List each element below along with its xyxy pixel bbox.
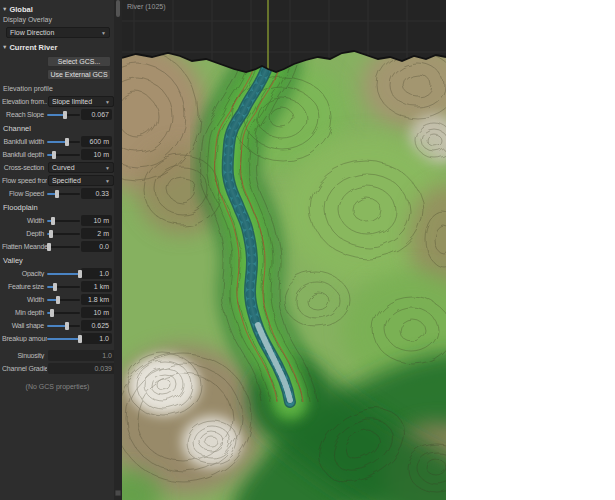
cross-section-label: Cross-section: [2, 164, 47, 171]
breakup-amount-value[interactable]: 1.0: [81, 333, 112, 344]
scrollbar-thumb[interactable]: [116, 0, 120, 17]
no-gcs-note: (No GCS properties): [2, 383, 113, 390]
floodplain-subheader: Floodplain: [3, 203, 113, 212]
flow-speed-slider[interactable]: [47, 188, 80, 199]
display-overlay-label: Display Overlay: [3, 16, 113, 25]
valley-width-slider[interactable]: [47, 294, 80, 305]
elevation-from-dropdown[interactable]: Slope limited ▼: [48, 96, 114, 107]
chevron-down-icon: ▼: [105, 165, 113, 171]
viewport-label: River (1025): [127, 3, 166, 10]
display-overlay-dropdown[interactable]: Flow Direction ▼: [6, 27, 110, 38]
flatten-meanderbelt-label: Flatten Meanderbelt: [2, 243, 47, 250]
param-row-valley-width: Width 1.8 km: [2, 294, 113, 305]
flow-speed-from-label: Flow speed from...: [2, 177, 47, 184]
feature-size-label: Feature size: [2, 283, 47, 290]
opacity-value[interactable]: 1.0: [81, 268, 112, 279]
feature-size-slider[interactable]: [47, 281, 80, 292]
channel-gradient-label: Channel Gradient: [2, 365, 47, 372]
param-row-cross-section: Cross-section Curved ▼: [2, 162, 113, 173]
terrain-render: [122, 0, 446, 500]
slider-fill: [47, 338, 80, 340]
slider-fill: [47, 233, 51, 235]
elevation-from-label: Elevation from...: [2, 98, 47, 105]
slider-fill: [47, 286, 55, 288]
floodplain-width-slider[interactable]: [47, 215, 80, 226]
flow-speed-from-dropdown[interactable]: Specified ▼: [48, 175, 114, 186]
bankfull-width-value[interactable]: 600 m: [81, 136, 112, 147]
floodplain-depth-label: Depth: [2, 230, 47, 237]
reach-slope-label: Reach Slope: [2, 111, 47, 118]
flatten-meanderbelt-slider[interactable]: [47, 241, 80, 252]
viewport-3d[interactable]: River (1025): [122, 0, 446, 500]
valley-width-value[interactable]: 1.8 km: [81, 294, 112, 305]
floodplain-depth-value[interactable]: 2 m: [81, 228, 112, 239]
param-row-min-depth: Min depth 10 m: [2, 307, 113, 318]
flow-speed-value[interactable]: 0.33: [81, 188, 112, 199]
channel-gradient-value: 0.039: [48, 363, 114, 374]
slider-fill: [47, 220, 53, 222]
floodplain-width-value[interactable]: 10 m: [81, 215, 112, 226]
feature-size-value[interactable]: 1 km: [81, 281, 112, 292]
param-row-channel-gradient: Channel Gradient 0.039: [2, 363, 113, 374]
dropdown-value: Specified: [49, 177, 105, 184]
select-gcs-button[interactable]: Select GCS...: [47, 56, 111, 67]
bankfull-depth-label: Bankfull depth: [2, 151, 47, 158]
section-title: Global: [9, 5, 32, 14]
valley-width-label: Width: [2, 296, 47, 303]
param-row-opacity: Opacity 1.0: [2, 268, 113, 279]
collapse-arrow-icon: ▼: [2, 44, 7, 50]
param-row-feature-size: Feature size 1 km: [2, 281, 113, 292]
panel-scrollbar[interactable]: [114, 0, 122, 500]
dropdown-value: Curved: [49, 164, 105, 171]
reach-slope-value[interactable]: 0.067: [81, 109, 112, 120]
cross-section-dropdown[interactable]: Curved ▼: [48, 162, 114, 173]
bankfull-depth-slider[interactable]: [47, 149, 80, 160]
floodplain-depth-slider[interactable]: [47, 228, 80, 239]
flow-speed-label: Flow Speed: [2, 190, 47, 197]
slider-fill: [47, 312, 52, 314]
wall-shape-slider[interactable]: [47, 320, 80, 331]
param-row-flow-speed: Flow Speed 0.33: [2, 188, 113, 199]
slider-fill: [47, 114, 65, 116]
param-row-wall-shape: Wall shape 0.625: [2, 320, 113, 331]
min-depth-value[interactable]: 10 m: [81, 307, 112, 318]
use-external-gcs-button[interactable]: Use External GCS: [47, 69, 111, 80]
param-row-bankfull-width: Bankfull width 600 m: [2, 136, 113, 147]
parameters-panel: ▼ Global Display Overlay Flow Direction …: [0, 0, 114, 500]
slider-fill: [47, 325, 67, 327]
chevron-down-icon: ▼: [105, 99, 113, 105]
slider-fill: [47, 273, 80, 275]
dropdown-value: Flow Direction: [7, 29, 101, 36]
min-depth-label: Min depth: [2, 309, 47, 316]
valley-subheader: Valley: [3, 256, 113, 265]
param-row-bankfull-depth: Bankfull depth 10 m: [2, 149, 113, 160]
bankfull-width-label: Bankfull width: [2, 138, 47, 145]
slider-fill: [47, 141, 67, 143]
param-row-reach-slope: Reach Slope 0.067: [2, 109, 113, 120]
resize-grip-icon[interactable]: [115, 490, 121, 496]
section-header-current-river[interactable]: ▼ Current River: [2, 42, 113, 52]
floodplain-width-label: Width: [2, 217, 47, 224]
slider-fill: [47, 193, 57, 195]
bankfull-width-slider[interactable]: [47, 136, 80, 147]
opacity-slider[interactable]: [47, 268, 80, 279]
param-row-flow-speed-from: Flow speed from... Specified ▼: [2, 175, 113, 186]
flatten-meanderbelt-value[interactable]: 0.0: [81, 241, 112, 252]
opacity-label: Opacity: [2, 270, 47, 277]
sinuosity-value: 1.0: [48, 350, 114, 361]
section-header-global[interactable]: ▼ Global: [2, 4, 113, 14]
param-row-floodplain-width: Width 10 m: [2, 215, 113, 226]
param-row-elevation-from: Elevation from... Slope limited ▼: [2, 96, 113, 107]
elevation-profile-label: Elevation profile: [3, 85, 113, 94]
wall-shape-value[interactable]: 0.625: [81, 320, 112, 331]
param-row-breakup-amount: Breakup amount 1.0: [2, 333, 113, 344]
min-depth-slider[interactable]: [47, 307, 80, 318]
reach-slope-slider[interactable]: [47, 109, 80, 120]
section-title: Current River: [9, 43, 57, 52]
collapse-arrow-icon: ▼: [2, 6, 7, 12]
sinuosity-label: Sinuosity: [2, 352, 47, 359]
breakup-amount-slider[interactable]: [47, 333, 80, 344]
param-row-floodplain-depth: Depth 2 m: [2, 228, 113, 239]
slider-fill: [47, 154, 54, 156]
bankfull-depth-value[interactable]: 10 m: [81, 149, 112, 160]
